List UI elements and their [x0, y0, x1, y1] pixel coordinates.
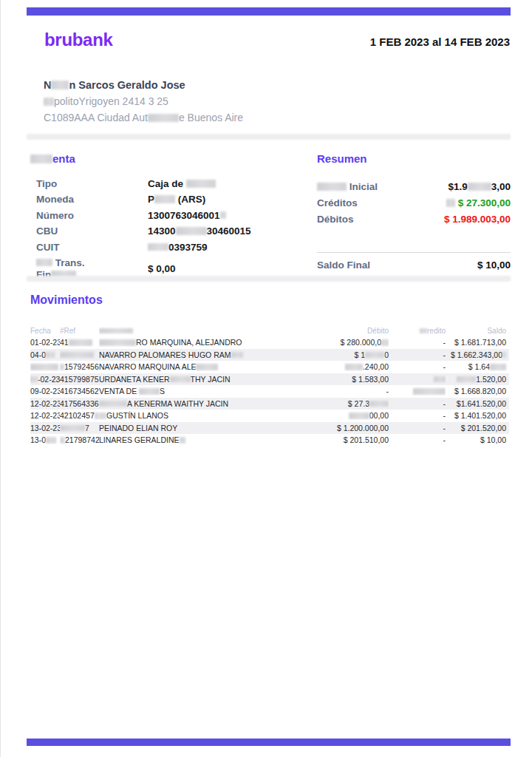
summary-section-title: Resumen	[317, 152, 511, 166]
redaction-blur	[44, 98, 54, 106]
cell-ref: 415799875	[60, 375, 99, 384]
cell-saldo: $ 1.662.343,00	[446, 350, 509, 359]
final-balance-value: $ 10,00	[477, 259, 511, 271]
bottom-accent-bar	[27, 739, 511, 746]
redaction-blur	[99, 413, 106, 418]
cell-credito: -	[389, 424, 446, 432]
cell-debito: $ 280.000,0	[293, 338, 389, 347]
cell-credito	[389, 375, 446, 384]
redaction-blur	[139, 388, 160, 394]
column-header-fecha: Fecha	[30, 327, 60, 335]
account-fields: TipoCaja de MonedaP (ARS)Número130076304…	[30, 178, 289, 281]
redaction-blur	[220, 211, 226, 220]
summary-label: Créditos	[317, 197, 358, 208]
cell-credito: -	[389, 411, 446, 420]
movements-section-title: Movimientos	[30, 293, 509, 307]
redaction-blur	[502, 352, 506, 358]
account-field-row: MonedaP (ARS)	[30, 194, 289, 209]
summary-divider	[317, 252, 511, 253]
movements-section: Movimientos Fecha#RefDébitoreditoSaldo 0…	[30, 293, 509, 447]
summary-row: Créditos $ 27.300,00	[317, 197, 511, 214]
redaction-blur	[69, 339, 92, 345]
cell-ref: 21798742	[60, 435, 99, 444]
cell-fecha: 13-02-23	[30, 424, 60, 432]
cell-saldo: $ 1.401.520,00	[446, 411, 509, 420]
field-value: 0393759	[148, 242, 208, 253]
account-field-row: CBU1430030460015	[30, 225, 289, 241]
summary-value: $ 1.989.003,00	[444, 214, 511, 225]
redaction-blur	[349, 413, 369, 418]
cell-debito: .240,00	[293, 362, 389, 371]
cell-ref: 417564336	[60, 399, 99, 408]
redaction-blur	[36, 259, 52, 267]
column-header-credito: redito	[389, 327, 446, 335]
redaction-blur	[413, 388, 446, 394]
redaction-blur	[99, 328, 133, 334]
table-row: 13-021798742LINARES GERALDINE$ 201.510,0…	[30, 434, 509, 447]
cell-desc: LINARES GERALDINE	[99, 435, 293, 444]
cell-desc: VENTA DE S	[99, 387, 293, 396]
divider-band	[27, 134, 511, 140]
field-value: Caja de	[148, 178, 216, 189]
cell-debito: $ 1.200.000,00	[293, 424, 389, 432]
bank-statement-page: brubank 1 FEB 2023 al 14 FEB 2023 Nn Sar…	[0, 0, 532, 757]
redaction-blur	[60, 364, 64, 370]
redaction-blur	[434, 376, 446, 382]
cell-credito: -	[389, 435, 446, 444]
customer-name: Nn Sarcos Geraldo Jose	[44, 77, 243, 93]
cell-desc: NAVARRO MARQUINA ALE	[99, 362, 293, 371]
cell-credito: -	[389, 338, 446, 347]
redaction-blur	[231, 352, 243, 358]
redaction-blur	[317, 183, 347, 191]
redaction-blur	[60, 425, 85, 431]
field-label: Tipo	[36, 178, 148, 190]
cell-desc: A KENERMA WAITHY JACIN	[99, 399, 293, 408]
redaction-blur	[99, 401, 127, 407]
account-section-title: enta	[30, 152, 289, 166]
account-field-row: Número1300763046001	[30, 210, 289, 225]
summary-label: Débitos	[317, 214, 354, 225]
cell-desc: RO MARQUINA, ALEJANDRO	[99, 338, 293, 347]
cell-saldo: $ 1.64	[446, 362, 509, 371]
cell-saldo: $ 201.520,00	[446, 424, 509, 432]
redaction-blur	[46, 352, 55, 358]
summary-rows: Inicial$1.93,00Créditos $ 27.300,00Débit…	[317, 181, 511, 230]
cell-fecha: 04-0	[30, 350, 60, 359]
summary-value: $ 27.300,00	[446, 197, 511, 208]
column-header-ref: #Ref	[60, 327, 99, 335]
cell-credito	[389, 387, 446, 396]
cell-desc: PEINADO ELIAN ROY	[99, 424, 293, 432]
cell-ref: 42102457	[60, 411, 99, 420]
cell-fecha: 12-02-23	[30, 399, 60, 408]
redaction-blur	[468, 183, 491, 191]
column-header-debito: Débito	[293, 327, 389, 335]
summary-row: Débitos$ 1.989.003,00	[317, 214, 511, 230]
cell-ref: 7	[60, 424, 99, 432]
cell-ref: 416734562	[60, 387, 99, 396]
table-row: 13-02-237PEINADO ELIAN ROY$ 1.200.000,00…	[30, 422, 509, 435]
column-header-desc	[99, 327, 293, 335]
table-row: 01-02-2341RO MARQUINA, ALEJANDRO$ 280.00…	[30, 336, 509, 349]
cell-fecha: -02-23	[30, 375, 60, 384]
table-row: 12-02-23417564336A KENERMA WAITHY JACIN$…	[30, 398, 509, 410]
cell-credito: -	[389, 350, 446, 359]
cell-debito: $ 201.510,00	[293, 435, 389, 444]
final-balance-label: Saldo Final	[317, 259, 370, 271]
redaction-blur	[60, 352, 94, 358]
movements-rows: 01-02-2341RO MARQUINA, ALEJANDRO$ 280.00…	[30, 336, 509, 447]
redaction-blur	[30, 376, 38, 382]
customer-address-line2: C1089AAA Ciudad Aute Buenos Aire	[44, 109, 243, 126]
cell-saldo: $ 1.668.820,00	[446, 387, 509, 396]
cell-saldo: $1.641.520,00	[446, 399, 509, 408]
field-value: 1300763046001	[148, 210, 226, 221]
cell-debito: $ 10	[293, 350, 389, 359]
field-label: CUIT	[36, 242, 148, 254]
redaction-blur	[186, 180, 216, 188]
movements-table-header: Fecha#RefDébitoreditoSaldo	[30, 325, 509, 336]
cell-ref	[60, 350, 99, 359]
summary-value: $1.93,00	[448, 181, 511, 192]
cell-debito: -	[293, 387, 389, 396]
cell-fecha	[30, 362, 60, 371]
redaction-blur	[381, 339, 389, 345]
field-label: Moneda	[36, 194, 148, 206]
